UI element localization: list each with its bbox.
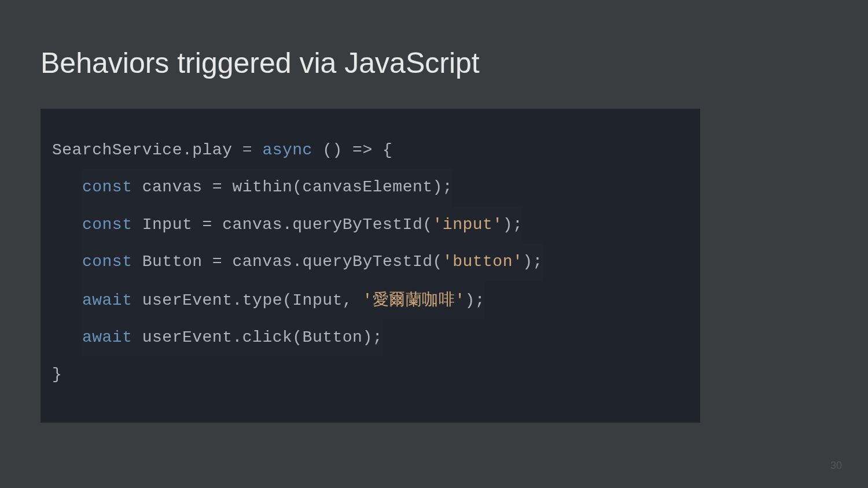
code-token: const	[82, 178, 133, 196]
code-token: );	[465, 291, 486, 309]
code-token: }	[52, 365, 62, 383]
slide-container: Behaviors triggered via JavaScript Searc…	[0, 0, 868, 488]
code-token: (	[422, 216, 432, 234]
slide-title: Behaviors triggered via JavaScript	[41, 46, 827, 80]
code-token: .	[182, 141, 192, 159]
code-token: type	[242, 291, 282, 309]
code-token: (canvasElement);	[292, 178, 453, 196]
code-token: (	[433, 253, 443, 271]
code-token: await	[82, 328, 133, 346]
code-token: SearchService	[52, 141, 182, 159]
code-indent	[52, 169, 82, 206]
code-indent	[52, 206, 82, 243]
code-token: await	[82, 291, 133, 309]
code-token: const	[82, 216, 133, 234]
code-line-7: }	[52, 356, 689, 393]
code-line-3: const Input = canvas.queryByTestId('inpu…	[52, 206, 689, 243]
code-token: 愛爾蘭咖啡	[373, 290, 455, 308]
code-token: () => {	[312, 141, 392, 159]
code-token: 'button'	[443, 253, 523, 271]
code-token: );	[503, 216, 523, 234]
code-token: within	[232, 178, 292, 196]
code-token: userEvent.	[132, 328, 242, 346]
code-indent	[52, 319, 82, 356]
code-line-4: const Button = canvas.queryByTestId('but…	[52, 243, 689, 280]
code-token: async	[262, 141, 312, 159]
code-line-1: SearchService.play = async () => {	[52, 132, 689, 169]
code-token: play	[192, 141, 232, 159]
code-token: Button = canvas.	[132, 253, 302, 271]
code-token: queryByTestId	[303, 253, 433, 271]
code-token: );	[523, 253, 543, 271]
code-block: SearchService.play = async () => { const…	[41, 109, 700, 423]
code-line-5: await userEvent.type(Input, '愛爾蘭咖啡');	[52, 281, 689, 319]
code-line-2: const canvas = within(canvasElement);	[52, 169, 689, 206]
code-indent	[52, 243, 82, 280]
code-token: click	[242, 328, 293, 346]
page-number: 30	[830, 460, 842, 472]
code-token: Input = canvas.	[132, 216, 292, 234]
code-token: queryByTestId	[292, 216, 422, 234]
code-token: (Input,	[282, 291, 362, 309]
code-line-6: await userEvent.click(Button);	[52, 319, 689, 356]
code-token: (Button);	[292, 328, 382, 346]
code-token: '	[362, 291, 372, 309]
code-indent	[52, 282, 82, 319]
code-token: const	[82, 253, 133, 271]
code-token: 'input'	[433, 216, 503, 234]
code-token: userEvent.	[132, 291, 242, 309]
code-token: canvas =	[132, 178, 232, 196]
code-token: '	[455, 291, 465, 309]
code-token: =	[232, 141, 262, 159]
